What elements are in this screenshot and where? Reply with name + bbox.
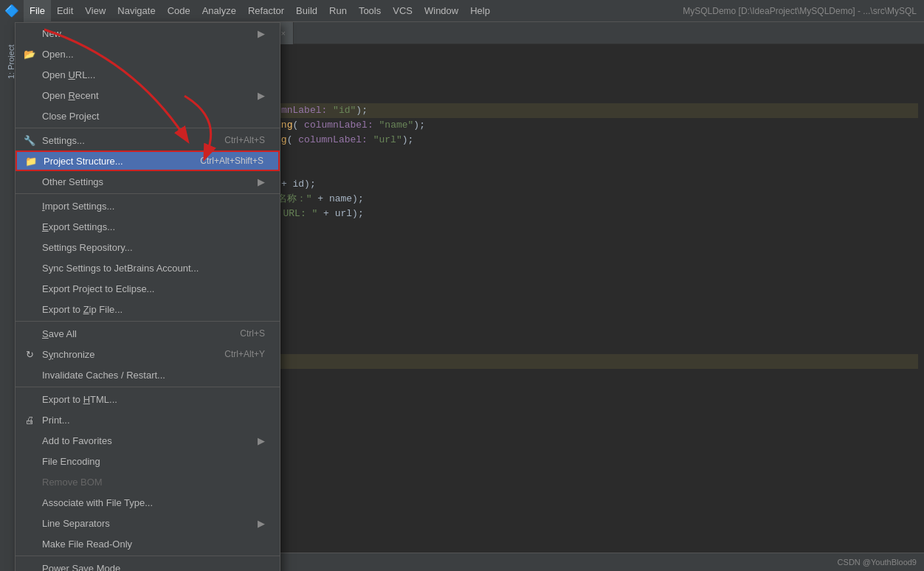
status-copyright: CSDN @YouthBlood9	[838, 558, 917, 567]
synchronize-shortcut: Ctrl+Alt+Y	[210, 349, 265, 359]
separator-3	[15, 321, 280, 322]
menu-item-import-settings[interactable]: Import Settings...	[15, 195, 280, 216]
settings-shortcut: Ctrl+Alt+S	[210, 135, 265, 145]
tab-close-class[interactable]: ×	[280, 29, 285, 38]
file-dropdown-menu: New ▶ 📂 Open... Open URL... Open Recent …	[15, 22, 280, 571]
menu-item-make-readonly[interactable]: Make File Read-Only	[15, 533, 280, 554]
project-structure-shortcut: Ctrl+Alt+Shift+S	[185, 156, 263, 166]
separator-4	[15, 387, 280, 387]
menu-item-remove-bom: Remove BOM	[15, 471, 280, 492]
project-structure-icon: 📁	[23, 156, 39, 167]
menu-item-export-html[interactable]: Export to HTML...	[15, 389, 280, 409]
settings-icon: 🔧	[21, 135, 38, 146]
menu-refactor[interactable]: Refactor	[242, 0, 290, 22]
print-icon: 🖨	[21, 415, 38, 426]
separator-1	[15, 128, 280, 128]
menu-item-new[interactable]: New ▶	[15, 23, 280, 44]
menu-tools[interactable]: Tools	[353, 0, 387, 22]
menu-item-project-structure[interactable]: 📁 Project Structure... Ctrl+Alt+Shift+S	[15, 150, 280, 171]
favorites-arrow: ▶	[258, 435, 265, 446]
menu-item-add-favorites[interactable]: Add to Favorites ▶	[15, 430, 280, 451]
menu-item-settings-repo[interactable]: Settings Repository...	[15, 237, 280, 257]
menu-navigate[interactable]: Navigate	[111, 0, 161, 22]
menu-code[interactable]: Code	[162, 0, 196, 22]
menu-item-other-settings[interactable]: Other Settings ▶	[15, 171, 280, 192]
menu-window[interactable]: Window	[418, 0, 464, 22]
submenu-arrow: ▶	[258, 28, 265, 39]
menu-item-settings[interactable]: 🔧 Settings... Ctrl+Alt+S	[15, 130, 280, 150]
menu-item-open-recent[interactable]: Open Recent ▶	[15, 85, 280, 105]
menu-item-open[interactable]: 📂 Open...	[15, 44, 280, 64]
menu-item-export-eclipse[interactable]: Export Project to Eclipse...	[15, 278, 280, 299]
menu-item-export-settings[interactable]: Export Settings...	[15, 216, 280, 237]
menu-item-open-url[interactable]: Open URL...	[15, 64, 280, 85]
line-separators-arrow: ▶	[258, 518, 265, 529]
separator-5	[15, 556, 280, 556]
synchronize-icon: ↻	[21, 349, 38, 360]
menu-item-invalidate-caches[interactable]: Invalidate Caches / Restart...	[15, 364, 280, 385]
menu-vcs[interactable]: VCS	[387, 0, 418, 22]
menu-item-export-zip[interactable]: Export to Zip File...	[15, 299, 280, 319]
menubar: 🔷 File Edit View Navigate Code Analyze R…	[0, 0, 924, 22]
menu-item-line-separators[interactable]: Line Separators ▶	[15, 513, 280, 533]
open-icon: 📂	[21, 49, 38, 60]
menu-item-sync-settings[interactable]: Sync Settings to JetBrains Account...	[15, 257, 280, 278]
menu-run[interactable]: Run	[323, 0, 353, 22]
status-right: CSDN @YouthBlood9	[838, 558, 917, 567]
other-settings-arrow: ▶	[258, 176, 265, 187]
menu-item-power-save[interactable]: Power Save Mode	[15, 558, 280, 571]
separator-2	[15, 193, 280, 194]
menu-item-synchronize[interactable]: ↻ Synchronize Ctrl+Alt+Y	[15, 344, 280, 364]
menu-item-close-project[interactable]: Close Project	[15, 105, 280, 126]
menu-item-print[interactable]: 🖨 Print...	[15, 409, 280, 430]
save-all-shortcut: Ctrl+S	[225, 328, 265, 339]
menu-build[interactable]: Build	[290, 0, 323, 22]
menu-item-save-all[interactable]: Save All Ctrl+S	[15, 323, 280, 344]
open-recent-arrow: ▶	[258, 90, 265, 101]
menu-item-associate-file[interactable]: Associate with File Type...	[15, 492, 280, 513]
menu-file[interactable]: File	[24, 0, 51, 22]
window-title: MySQLDemo [D:\IdeaProject\MySQLDemo] - .…	[683, 6, 924, 16]
menu-item-file-encoding[interactable]: File Encoding	[15, 451, 280, 471]
menu-analyze[interactable]: Analyze	[196, 0, 242, 22]
menu-view[interactable]: View	[79, 0, 111, 22]
menu-help[interactable]: Help	[464, 0, 496, 22]
menu-edit[interactable]: Edit	[51, 0, 79, 22]
app-logo: 🔷	[0, 0, 24, 22]
